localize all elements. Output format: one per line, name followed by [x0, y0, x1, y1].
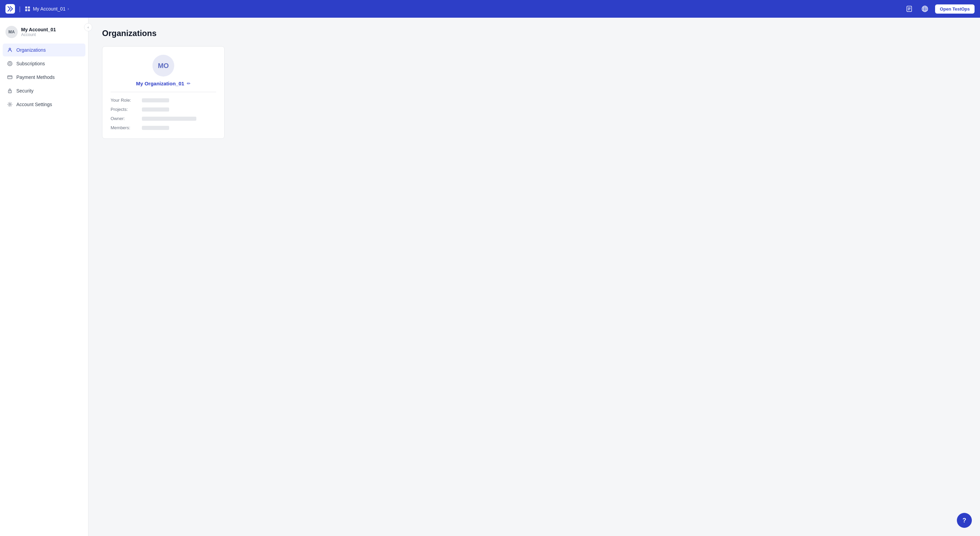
- navbar-account-button[interactable]: My Account_01 ›: [33, 6, 69, 11]
- org-detail-owner: Owner:: [111, 116, 216, 121]
- org-name-row: My Organization_01 ✏: [136, 81, 191, 86]
- sidebar-item-security[interactable]: Security: [3, 84, 86, 97]
- sidebar-item-organizations[interactable]: Organizations: [3, 44, 86, 57]
- navbar-account-name: My Account_01: [33, 6, 66, 11]
- org-detail-your-role: Your Role:: [111, 98, 216, 103]
- sidebar-label-organizations: Organizations: [16, 47, 46, 53]
- sidebar-label-account-settings: Account Settings: [16, 102, 52, 107]
- sidebar-item-payment-methods[interactable]: Payment Methods: [3, 71, 86, 84]
- sidebar-label-security: Security: [16, 88, 34, 94]
- payment-icon: [7, 74, 13, 80]
- main-content: Organizations MO My Organization_01 ✏ Yo…: [89, 18, 980, 536]
- svg-rect-3: [28, 9, 30, 11]
- globe-button[interactable]: [920, 3, 930, 14]
- sidebar-item-subscriptions[interactable]: Subscriptions: [3, 57, 86, 70]
- help-icon: ?: [963, 517, 966, 524]
- projects-value: [142, 108, 169, 111]
- svg-rect-1: [28, 6, 30, 8]
- edit-icon: ✏: [187, 81, 191, 86]
- sidebar-label-subscriptions: Subscriptions: [16, 61, 45, 66]
- members-label: Members:: [111, 125, 138, 130]
- sidebar: ‹ MA My Account_01 Account Organizations: [0, 18, 89, 536]
- org-edit-button[interactable]: ✏: [187, 81, 191, 86]
- settings-icon: [7, 101, 13, 108]
- owner-label: Owner:: [111, 116, 138, 121]
- sidebar-user-info: My Account_01 Account: [21, 27, 56, 37]
- sidebar-user-avatar: MA: [5, 26, 18, 38]
- subscriptions-icon: [7, 60, 13, 67]
- sidebar-label-payment-methods: Payment Methods: [16, 75, 55, 80]
- svg-rect-0: [25, 6, 27, 8]
- org-detail-projects: Projects:: [111, 107, 216, 112]
- svg-point-19: [10, 92, 10, 92]
- svg-point-14: [8, 62, 12, 66]
- svg-rect-16: [8, 76, 12, 79]
- docs-button[interactable]: [904, 3, 915, 14]
- help-button[interactable]: ?: [957, 513, 972, 528]
- sidebar-user-name: My Account_01: [21, 27, 56, 32]
- projects-label: Projects:: [111, 107, 138, 112]
- your-role-value: [142, 98, 169, 102]
- org-avatar: MO: [153, 55, 174, 76]
- app-layout: ‹ MA My Account_01 Account Organizations: [0, 18, 980, 536]
- navbar-right: Open TestOps: [904, 3, 975, 14]
- sidebar-user-role: Account: [21, 32, 56, 37]
- collapse-icon: ‹: [88, 25, 89, 29]
- top-navbar: | My Account_01 ›: [0, 0, 980, 18]
- org-detail-members: Members:: [111, 125, 216, 130]
- sidebar-user-section: MA My Account_01 Account: [0, 23, 88, 44]
- org-name: My Organization_01: [136, 81, 185, 86]
- org-icon: [7, 47, 13, 53]
- sidebar-item-account-settings[interactable]: Account Settings: [3, 98, 86, 111]
- owner-value: [142, 117, 196, 121]
- your-role-label: Your Role:: [111, 98, 138, 103]
- katalon-logo: [5, 4, 15, 14]
- svg-point-20: [9, 104, 11, 105]
- members-value: [142, 126, 169, 130]
- page-title: Organizations: [102, 29, 966, 38]
- sidebar-collapse-button[interactable]: ‹: [84, 23, 92, 31]
- navbar-divider: |: [19, 5, 21, 13]
- open-testops-button[interactable]: Open TestOps: [935, 5, 975, 14]
- svg-point-13: [9, 48, 11, 50]
- sidebar-nav: Organizations Subscriptions: [0, 44, 88, 111]
- navbar-chevron-icon: ›: [67, 6, 69, 11]
- svg-point-15: [9, 63, 11, 65]
- svg-rect-2: [25, 9, 27, 11]
- org-card: MO My Organization_01 ✏ Your Role: Proje…: [102, 46, 224, 139]
- security-icon: [7, 88, 13, 94]
- org-details: Your Role: Projects: Owner: Members:: [111, 98, 216, 130]
- navbar-left: | My Account_01 ›: [5, 4, 69, 14]
- navbar-account-icon-wrapper: My Account_01 ›: [25, 6, 69, 11]
